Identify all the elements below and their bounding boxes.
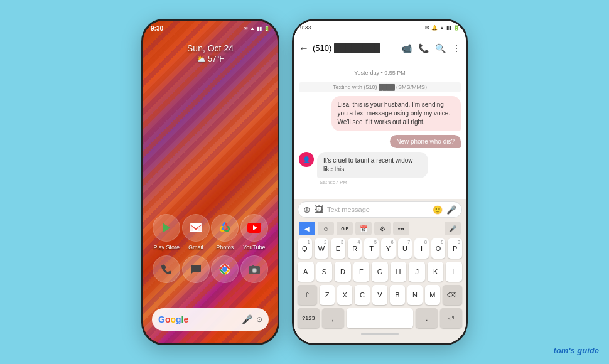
settings-btn[interactable]: ⚙ (374, 222, 391, 235)
app-photos[interactable]: Photos (211, 214, 239, 250)
sent-bubble-1: Lisa, this is your husband. I'm sending … (331, 96, 461, 131)
signal-icon-right: ▮▮ (446, 25, 451, 31)
text-input[interactable]: Text message (327, 206, 429, 213)
period-key[interactable]: . (416, 308, 438, 328)
youtube-icon[interactable] (240, 214, 268, 242)
key-p[interactable]: P0 (448, 238, 462, 259)
app-gmail[interactable]: Gmail (182, 214, 210, 250)
enter-key[interactable]: ⏎ (440, 308, 462, 328)
key-d[interactable]: D (335, 262, 351, 282)
mic-kbd-btn[interactable]: 🎤 (445, 222, 461, 235)
search-bar[interactable]: Google 🎤 ⊙ (152, 308, 269, 331)
lens-icon[interactable]: ⊙ (256, 315, 262, 324)
message-header: ← (510) ████████ 📹 📞 🔍 ⋮ (294, 35, 466, 62)
delete-key[interactable]: ⌫ (443, 285, 462, 305)
signal-icon: ▮▮ (257, 26, 262, 31)
home-indicator (361, 333, 399, 335)
date-separator: Yesterday • 9:55 PM (299, 70, 461, 76)
svg-point-6 (223, 267, 227, 271)
photos-icon[interactable] (211, 214, 239, 242)
key-q[interactable]: Q1 (298, 238, 312, 259)
contact-name: (510) ████████ (313, 43, 397, 53)
notification-icon: 🔔 (431, 25, 438, 31)
mic-icon[interactable]: 🎤 (242, 314, 252, 324)
more-btn[interactable]: ••• (393, 222, 409, 235)
app-youtube[interactable]: YouTube (240, 214, 268, 250)
key-s[interactable]: S (316, 262, 333, 282)
key-m[interactable]: M (425, 285, 440, 305)
phone-icon[interactable] (153, 255, 180, 283)
key-k[interactable]: K (428, 262, 444, 282)
image-icon[interactable]: 🖼 (315, 205, 323, 215)
left-phone: 9:30 ✉ ▲ ▮▮ 🔋 Sun, Oct 24 ⛅ 57°F (141, 19, 279, 345)
more-options-icon[interactable]: ⋮ (452, 43, 461, 53)
weather-icon: ⛅ (197, 55, 206, 63)
texting-info: Texting with (510) ████ (SMS/MMS) (299, 82, 461, 92)
voice-icon[interactable]: 🎤 (446, 205, 456, 215)
msg-icon: ✉ (244, 26, 248, 31)
watermark: tom's guide (554, 346, 599, 355)
add-icon[interactable]: ⊕ (303, 205, 311, 215)
numbers-key[interactable]: ?123 (298, 308, 320, 328)
key-i[interactable]: I8 (414, 238, 429, 259)
play-store-icon[interactable] (153, 214, 180, 242)
key-y[interactable]: Y6 (381, 238, 396, 259)
phone-call-icon[interactable]: 📞 (418, 43, 429, 53)
sent-message-1: Lisa, this is your husband. I'm sending … (331, 96, 461, 131)
key-z[interactable]: Z (320, 285, 335, 305)
key-f[interactable]: F (353, 262, 370, 282)
back-button[interactable]: ← (299, 43, 309, 54)
key-t[interactable]: T5 (364, 238, 379, 259)
key-r[interactable]: R4 (348, 238, 362, 259)
key-c[interactable]: C (355, 285, 370, 305)
app-play-store[interactable]: Play Store (153, 214, 180, 250)
app-chrome[interactable] (211, 255, 239, 283)
app-phone[interactable] (153, 255, 180, 283)
key-o[interactable]: O9 (431, 238, 446, 259)
comma-key[interactable]: , (322, 308, 344, 328)
back-key-btn[interactable]: ◀ (299, 222, 315, 235)
key-u[interactable]: U7 (398, 238, 412, 259)
key-v[interactable]: V (372, 285, 387, 305)
play-store-label: Play Store (153, 244, 180, 250)
key-a[interactable]: A (298, 262, 314, 282)
time-left: 9:30 (151, 25, 163, 32)
chrome-icon[interactable] (211, 255, 239, 283)
wifi-icon: ▲ (250, 26, 255, 31)
space-key[interactable] (347, 308, 414, 328)
temp-display: ⛅ 57°F (143, 55, 278, 63)
keyboard-row-4: ?123 , . ⏎ (298, 308, 462, 328)
key-j[interactable]: J (409, 262, 425, 282)
app-messages[interactable] (182, 255, 210, 283)
gmail-icon[interactable] (182, 214, 210, 242)
key-h[interactable]: H (391, 262, 407, 282)
youtube-label: YouTube (243, 244, 265, 250)
key-e[interactable]: E3 (331, 238, 345, 259)
search-icon[interactable]: 🔍 (435, 43, 446, 53)
received-bubble-1: 👤 It's cruel to taunt a recent widow lik… (299, 152, 428, 185)
camera-icon[interactable] (240, 255, 268, 283)
app-row-2 (152, 255, 269, 283)
app-row-1: Play Store Gmail (152, 214, 269, 250)
key-w[interactable]: W2 (315, 238, 329, 259)
key-l[interactable]: L (446, 262, 462, 282)
video-call-icon[interactable]: 📹 (401, 43, 412, 53)
sticker-btn[interactable]: ☺ (318, 222, 334, 235)
sent-message-reply: New phone who dis? (390, 135, 461, 148)
gif-btn[interactable]: GIF (337, 222, 353, 235)
emoji-icon[interactable]: 🙂 (433, 205, 443, 215)
keyboard-row-2: A S D F G H J K L (298, 262, 462, 282)
app-camera[interactable] (240, 255, 268, 283)
key-g[interactable]: G (372, 262, 388, 282)
key-n[interactable]: N (407, 285, 423, 305)
msg-icon-right: ✉ (425, 25, 429, 31)
photos-label: Photos (216, 244, 234, 250)
messages-icon[interactable] (182, 255, 210, 283)
calendar-btn[interactable]: 📅 (355, 222, 372, 235)
battery-icon: 🔋 (264, 26, 270, 31)
input-left-icons: ⊕ 🖼 (303, 205, 323, 215)
key-x[interactable]: X (337, 285, 352, 305)
message-input-row[interactable]: ⊕ 🖼 Text message 🙂 🎤 (298, 201, 462, 218)
shift-key[interactable]: ⇧ (298, 285, 317, 305)
key-b[interactable]: B (390, 285, 405, 305)
